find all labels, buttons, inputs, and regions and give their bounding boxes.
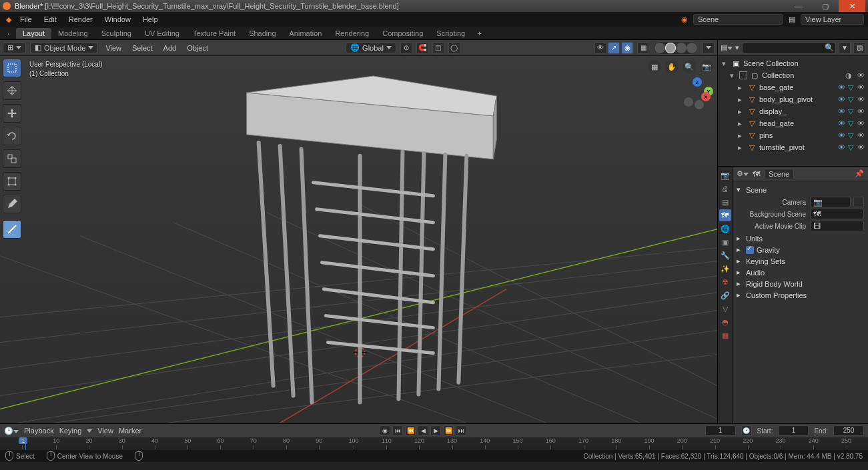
viewlayer-selector[interactable]: View Layer xyxy=(801,14,864,25)
tool-measure[interactable] xyxy=(3,220,21,239)
shading-mode-switch[interactable] xyxy=(653,41,699,55)
hide-viewport-icon[interactable]: 👁 xyxy=(838,95,845,103)
ptab-constraints[interactable]: 🔗 xyxy=(719,289,731,301)
camera-field[interactable]: 📷 xyxy=(810,197,851,207)
viewport-zoom-icon[interactable]: 🔍 xyxy=(683,60,696,73)
shading-wireframe-icon[interactable] xyxy=(655,43,665,53)
axis-gizmo[interactable]: Z Y X xyxy=(681,77,713,109)
panel-audio-header[interactable]: ▸Audio xyxy=(737,267,864,278)
outliner-item-turnstile_pivot[interactable]: ▸▽turnstile_pivot👁▽👁 xyxy=(718,141,868,153)
gravity-checkbox[interactable] xyxy=(746,246,754,254)
window-close-button[interactable]: ✕ xyxy=(839,0,865,12)
hide-viewport-icon[interactable]: 👁 xyxy=(838,83,845,91)
workspace-tab-animation[interactable]: Animation xyxy=(283,28,329,39)
timeline-type-dropdown[interactable]: 🕑 xyxy=(4,427,19,435)
key-prev-button[interactable]: ⏪ xyxy=(405,425,416,436)
panel-custom-properties-header[interactable]: ▸Custom Properties xyxy=(737,289,864,301)
mode-dropdown[interactable]: ◧ Object Mode xyxy=(30,42,98,53)
menu-edit[interactable]: Edit xyxy=(39,14,62,25)
checkbox-icon[interactable] xyxy=(739,71,747,79)
viewport-menu-select[interactable]: Select xyxy=(129,44,156,52)
tool-annotate[interactable] xyxy=(3,195,21,213)
workspace-tab-scripting[interactable]: Scripting xyxy=(430,28,472,39)
ptab-output[interactable]: 🖨 xyxy=(719,183,731,195)
outliner-item-display_[interactable]: ▸▽display_👁▽👁 xyxy=(718,105,868,117)
current-frame-field[interactable]: 1 xyxy=(705,425,736,436)
viewport-menu-object[interactable]: Object xyxy=(183,44,211,52)
ptab-data[interactable]: ▽ xyxy=(719,303,731,315)
proportional-toggle[interactable]: ◯ xyxy=(448,42,460,54)
scene-selector[interactable]: Scene xyxy=(693,14,783,25)
viewport-menu-view[interactable]: View xyxy=(102,44,125,52)
ptab-scene[interactable]: 🗺 xyxy=(719,209,731,221)
workspace-tab-layout[interactable]: Layout xyxy=(16,28,51,39)
eye-icon[interactable]: 👁 xyxy=(856,131,865,139)
tool-move[interactable] xyxy=(3,104,21,123)
playhead[interactable]: 1 xyxy=(25,437,26,450)
end-frame-field[interactable]: 250 xyxy=(833,425,864,436)
tool-cursor[interactable] xyxy=(3,81,21,100)
outliner-collection[interactable]: ▾ ▢ Collection ◑ 👁 xyxy=(718,69,868,81)
add-workspace-button[interactable]: + xyxy=(472,28,486,39)
bg-scene-field[interactable]: 🗺 xyxy=(810,209,864,219)
workspace-tab-modeling[interactable]: Modeling xyxy=(51,28,95,39)
outliner-search-input[interactable]: 🔍 xyxy=(742,42,836,54)
jump-end-button[interactable]: ⏭ xyxy=(456,425,466,436)
tool-scale[interactable] xyxy=(3,149,21,168)
outliner-item-head_gate[interactable]: ▸▽head_gate👁▽👁 xyxy=(718,117,868,129)
shading-lookdev-icon[interactable] xyxy=(676,43,687,53)
start-frame-field[interactable]: 1 xyxy=(778,425,809,436)
window-minimize-button[interactable]: — xyxy=(785,0,812,12)
outliner-new-collection-button[interactable]: ▧ xyxy=(853,42,865,54)
hide-viewport-icon[interactable]: 👁 xyxy=(838,131,845,139)
pin-icon[interactable]: 📌 xyxy=(855,169,864,178)
ptab-texture[interactable]: ▦ xyxy=(719,329,731,341)
outliner-filter-button[interactable]: ▼ xyxy=(839,42,851,54)
timeline-menu-keying[interactable]: Keying xyxy=(59,427,82,435)
jump-start-button[interactable]: ⏮ xyxy=(392,425,403,436)
ptab-render[interactable]: 📷 xyxy=(719,169,731,181)
workspace-tab-rendering[interactable]: Rendering xyxy=(328,28,376,39)
timeline-menu-view[interactable]: View xyxy=(97,427,113,435)
play-button[interactable]: ▶ xyxy=(430,425,441,436)
workspace-tab-compositing[interactable]: Compositing xyxy=(376,28,430,39)
timeline-menu-playback[interactable]: Playback xyxy=(24,427,54,435)
ptab-particles[interactable]: ✨ xyxy=(719,263,731,275)
3d-viewport[interactable]: User Perspective (Local) (1) Collection xyxy=(0,56,717,423)
shading-options-dropdown[interactable] xyxy=(703,42,715,54)
workspace-tab-uv-editing[interactable]: UV Editing xyxy=(138,28,186,39)
ptab-material[interactable]: ◓ xyxy=(719,316,731,328)
outliner-item-pins[interactable]: ▸▽pins👁▽👁 xyxy=(718,129,868,141)
panel-units-header[interactable]: ▸Units xyxy=(737,233,864,244)
eye-icon[interactable]: 👁 xyxy=(856,71,865,79)
panel-scene-header[interactable]: ▾Scene xyxy=(737,184,864,195)
outliner-display-dropdown[interactable]: ▾ xyxy=(735,43,739,52)
workspace-tab-sculpting[interactable]: Sculpting xyxy=(95,28,138,39)
outliner-item-base_gate[interactable]: ▸▽base_gate👁▽👁 xyxy=(718,81,868,93)
shading-rendered-icon[interactable] xyxy=(687,43,697,53)
workspace-tab-texture-paint[interactable]: Texture Paint xyxy=(186,28,242,39)
menu-help[interactable]: Help xyxy=(137,14,163,25)
ptab-viewlayer[interactable]: ▤ xyxy=(719,196,731,208)
ptab-modifier[interactable]: 🔧 xyxy=(719,249,731,261)
properties-type-dropdown[interactable]: ⚙ xyxy=(737,169,749,178)
play-reverse-button[interactable]: ◀ xyxy=(418,425,428,436)
menu-render[interactable]: Render xyxy=(63,14,98,25)
panel-gravity-header[interactable]: ▸ Gravity xyxy=(737,244,864,255)
properties-breadcrumb[interactable]: Scene xyxy=(764,169,794,179)
editor-type-dropdown[interactable]: ⊞ xyxy=(3,42,26,53)
snap-dropdown[interactable]: ◫ xyxy=(432,42,444,54)
shading-solid-icon[interactable] xyxy=(665,43,676,53)
eye-icon[interactable]: 👁 xyxy=(856,95,865,103)
pivot-dropdown[interactable]: ⊙ xyxy=(400,42,412,54)
exclude-icon[interactable]: ◑ xyxy=(844,71,853,80)
viewport-pan-icon[interactable]: ✋ xyxy=(665,60,679,73)
timeline-ruler[interactable]: 1 01020304050607080901001101201301401501… xyxy=(0,437,868,450)
viewport-grid-icon[interactable]: ▦ xyxy=(648,60,661,73)
hide-viewport-icon[interactable]: 👁 xyxy=(838,143,845,151)
viewport-camera-icon[interactable]: 📷 xyxy=(700,60,713,73)
orientation-dropdown[interactable]: 🌐 Global xyxy=(346,42,396,53)
ptab-physics[interactable]: ☢ xyxy=(719,276,731,288)
workspace-tab-shading[interactable]: Shading xyxy=(242,28,282,39)
tool-select-box[interactable] xyxy=(3,59,21,77)
